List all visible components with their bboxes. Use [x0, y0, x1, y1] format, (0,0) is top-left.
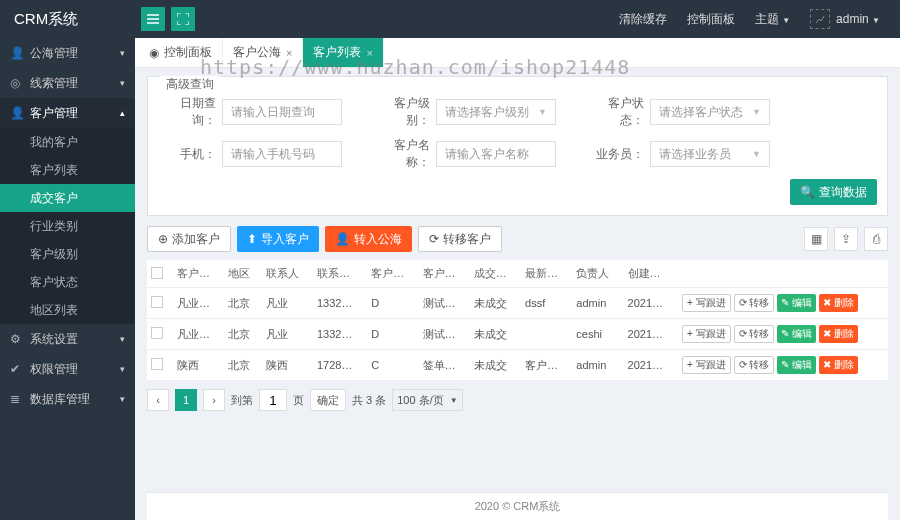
home-icon: ◉ — [149, 46, 159, 60]
tab-pool[interactable]: 客户公海× — [223, 38, 303, 67]
table-row: 凡业…北京凡业1332…D测试…未成交dssfadmin2021…+ 写跟进⟳ … — [147, 288, 888, 319]
to-pool-button[interactable]: 👤转入公海 — [325, 226, 412, 252]
edit-button[interactable]: ✎ 编辑 — [777, 294, 816, 312]
export-button[interactable]: ⇪ — [834, 227, 858, 251]
fullscreen-button[interactable] — [171, 7, 195, 31]
sales-select[interactable]: 请选择业务员▼ — [650, 141, 770, 167]
pager: ‹ 1 › 到第 页 确定 共 3 条 100 条/页▼ — [147, 389, 888, 411]
menu-toggle-button[interactable] — [141, 7, 165, 31]
page-1-button[interactable]: 1 — [175, 389, 197, 411]
edit-button[interactable]: ✎ 编辑 — [777, 356, 816, 374]
table-header-row: 客户… 地区 联系人 联系… 客户… 客户… 成交… 最新… 负责人 创建… — [147, 260, 888, 288]
name-label: 客户名称： — [372, 137, 430, 171]
prev-page-button[interactable]: ‹ — [147, 389, 169, 411]
sidebar-sub-region[interactable]: 地区列表 — [0, 296, 135, 324]
delete-button[interactable]: ✖ 删除 — [819, 294, 858, 312]
sidebar-item-customers[interactable]: 👤客户管理▴ — [0, 98, 135, 128]
chevron-down-icon: ▼ — [752, 149, 761, 159]
write-followup-button[interactable]: + 写跟进 — [682, 294, 731, 312]
row-checkbox[interactable] — [151, 327, 163, 339]
page-go-button[interactable]: 确定 — [310, 389, 346, 411]
sidebar-sub-status[interactable]: 客户状态 — [0, 268, 135, 296]
search-panel: 高级查询 日期查询： 请输入日期查询 客户级别： 请选择客户级别▼ 客户状态： … — [147, 76, 888, 216]
sidebar-item-database[interactable]: ≣数据库管理▾ — [0, 384, 135, 414]
row-checkbox[interactable] — [151, 296, 163, 308]
brand: CRM系统 — [0, 10, 135, 29]
user-menu[interactable]: admin ▼ — [836, 12, 880, 26]
page-input[interactable] — [259, 389, 287, 411]
sidebar-sub-level[interactable]: 客户级别 — [0, 240, 135, 268]
close-icon[interactable]: × — [366, 47, 372, 59]
search-title: 高级查询 — [160, 76, 220, 93]
phone-label: 手机： — [158, 146, 216, 163]
search-button[interactable]: 🔍查询数据 — [790, 179, 877, 205]
sidebar-item-leads[interactable]: ◎线索管理▾ — [0, 68, 135, 98]
write-followup-button[interactable]: + 写跟进 — [682, 325, 731, 343]
chevron-down-icon: ▼ — [538, 107, 547, 117]
sidebar-sub-my-customers[interactable]: 我的客户 — [0, 128, 135, 156]
level-label: 客户级别： — [372, 95, 430, 129]
user-icon: 👤 — [335, 232, 350, 246]
row-transfer-button[interactable]: ⟳ 转移 — [734, 325, 775, 343]
plus-icon: ⊕ — [158, 232, 168, 246]
data-table: 客户… 地区 联系人 联系… 客户… 客户… 成交… 最新… 负责人 创建… 凡… — [147, 260, 888, 381]
sidebar: 👤公海管理▾ ◎线索管理▾ 👤客户管理▴ 我的客户 客户列表 成交客户 行业类别… — [0, 38, 135, 520]
control-panel-link[interactable]: 控制面板 — [687, 11, 735, 28]
table-row: 陕西北京陕西1728…C签单…未成交客户…admin2021…+ 写跟进⟳ 转移… — [147, 350, 888, 381]
columns-button[interactable]: ▦ — [804, 227, 828, 251]
select-all-checkbox[interactable] — [151, 267, 163, 279]
print-button[interactable]: ⎙ — [864, 227, 888, 251]
page-size-select[interactable]: 100 条/页▼ — [392, 389, 462, 411]
phone-input[interactable]: 请输入手机号码 — [222, 141, 342, 167]
sidebar-sub-industry[interactable]: 行业类别 — [0, 212, 135, 240]
tabs: ◉控制面板 客户公海× 客户列表× — [135, 38, 900, 68]
row-transfer-button[interactable]: ⟳ 转移 — [734, 356, 775, 374]
sidebar-item-system[interactable]: ⚙系统设置▾ — [0, 324, 135, 354]
write-followup-button[interactable]: + 写跟进 — [682, 356, 731, 374]
delete-button[interactable]: ✖ 删除 — [819, 356, 858, 374]
name-input[interactable]: 请输入客户名称 — [436, 141, 556, 167]
date-input[interactable]: 请输入日期查询 — [222, 99, 342, 125]
table-row: 凡业…北京凡业1332…D测试…未成交ceshi2021…+ 写跟进⟳ 转移✎ … — [147, 319, 888, 350]
level-select[interactable]: 请选择客户级别▼ — [436, 99, 556, 125]
delete-button[interactable]: ✖ 删除 — [819, 325, 858, 343]
clear-cache-link[interactable]: 清除缓存 — [619, 11, 667, 28]
sidebar-sub-closed-customers[interactable]: 成交客户 — [0, 184, 135, 212]
refresh-icon: ⟳ — [429, 232, 439, 246]
sidebar-item-pool[interactable]: 👤公海管理▾ — [0, 38, 135, 68]
tab-customer-list[interactable]: 客户列表× — [303, 38, 383, 67]
next-page-button[interactable]: › — [203, 389, 225, 411]
add-customer-button[interactable]: ⊕添加客户 — [147, 226, 231, 252]
row-transfer-button[interactable]: ⟳ 转移 — [734, 294, 775, 312]
avatar — [810, 9, 830, 29]
toolbar: ⊕添加客户 ⬆导入客户 👤转入公海 ⟳转移客户 ▦ ⇪ ⎙ — [147, 226, 888, 252]
edit-button[interactable]: ✎ 编辑 — [777, 325, 816, 343]
theme-link[interactable]: 主题 ▼ — [755, 11, 790, 28]
sales-label: 业务员： — [586, 146, 644, 163]
import-button[interactable]: ⬆导入客户 — [237, 226, 319, 252]
chevron-down-icon: ▼ — [752, 107, 761, 117]
sidebar-sub-customer-list[interactable]: 客户列表 — [0, 156, 135, 184]
sidebar-item-permission[interactable]: ✔权限管理▾ — [0, 354, 135, 384]
tab-control-panel[interactable]: ◉控制面板 — [139, 38, 223, 67]
upload-icon: ⬆ — [247, 232, 257, 246]
row-checkbox[interactable] — [151, 358, 163, 370]
close-icon[interactable]: × — [286, 47, 292, 59]
status-select[interactable]: 请选择客户状态▼ — [650, 99, 770, 125]
date-label: 日期查询： — [158, 95, 216, 129]
footer: 2020 © CRM系统 — [147, 492, 888, 520]
search-icon: 🔍 — [800, 185, 815, 199]
status-label: 客户状态： — [586, 95, 644, 129]
transfer-button[interactable]: ⟳转移客户 — [418, 226, 502, 252]
header: CRM系统 清除缓存 控制面板 主题 ▼ admin ▼ — [0, 0, 900, 38]
